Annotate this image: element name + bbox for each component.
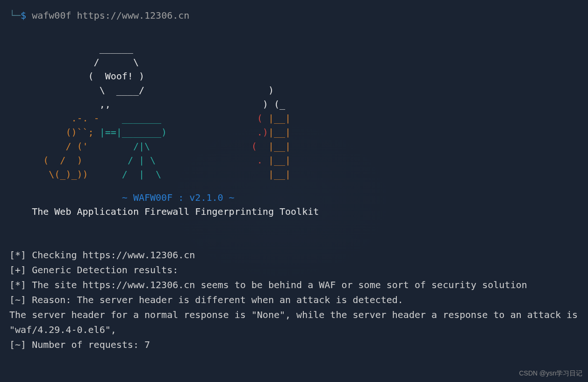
art-scope: / | \ [128,155,257,166]
art-scope: |==|_______) [100,127,257,138]
command-text: wafw00f https://www.12306.cn [32,10,189,21]
art-dog: \(_)_)) [9,169,122,180]
ascii-art: ______ / \ ( Woof! ) \ ____/ ) ,, ) (_ .… [0,22,588,181]
art-wall: |__| [268,155,291,166]
output-line: The server header for a normal response … [9,309,583,335]
terminal-output: [*] Checking https://www.12306.cn [+] Ge… [0,219,588,352]
art-fire: ( [257,113,268,124]
art-line: ,, ) (_ [9,99,285,110]
art-wall: |__| [268,113,291,124]
output-line: [*] The site https://www.12306.cn seems … [9,279,527,290]
art-dog: .-. - [9,113,122,124]
art-dog: / (' [9,141,133,152]
art-fire: ( [251,141,268,152]
art-dog: ( / ) [9,155,128,166]
output-line: [~] Number of requests: 7 [9,339,150,350]
command-prompt[interactable]: └─$ wafw00f https://www.12306.cn [0,5,588,22]
art-scope: /|\ [133,141,251,152]
output-line: [+] Generic Detection results: [9,264,178,276]
art-dog: ()``; [9,127,100,138]
output-line: [~] Reason: The server header is differe… [9,294,403,305]
output-line: [*] Checking https://www.12306.cn [9,249,195,261]
prompt-branch: └─ [9,10,21,21]
art-fire: . [257,155,268,166]
art-line: / \ [9,57,139,68]
art-wall: |__| [268,141,291,152]
art-fire: .) [257,127,268,138]
art-scope: / | \ [122,169,268,180]
art-wall: |__| [268,127,291,138]
art-line: ( Woof! ) [9,71,144,82]
menu-bar: File Actions Edit View Help [0,0,588,5]
banner-version: ~ WAFW00F : v2.1.0 ~ [0,191,588,205]
prompt-dollar: $ [21,10,26,21]
banner-subtitle: The Web Application Firewall Fingerprint… [0,205,588,219]
art-wall: |__| [268,169,291,180]
art-scope: _______ [122,113,257,124]
art-line: \ ____/ ) [9,85,274,96]
art-line: ______ [9,42,133,54]
watermark: CSDN @ysn学习日记 [519,368,582,378]
